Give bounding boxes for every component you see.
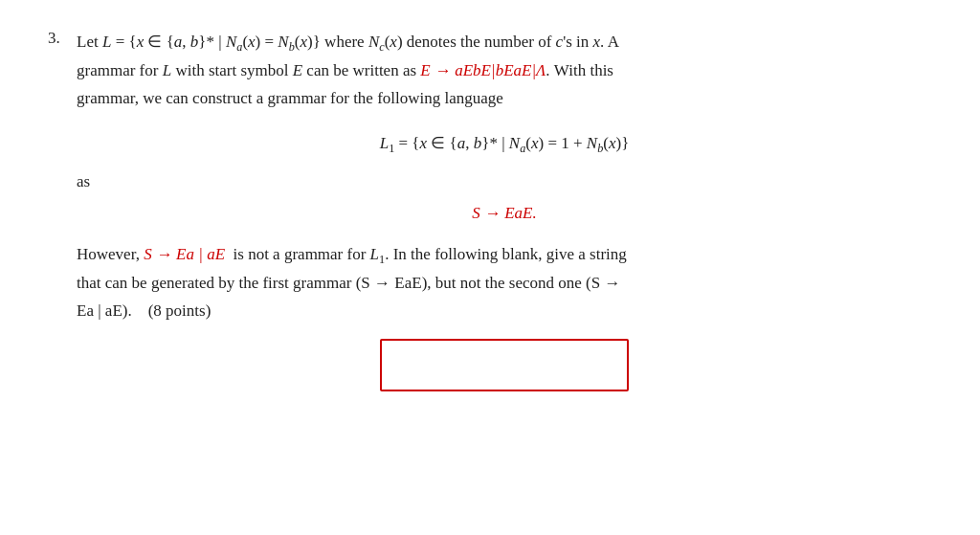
- text-let: Let: [77, 33, 102, 51]
- text-line2-para2: that can be generated by the first gramm…: [77, 274, 620, 292]
- problem-number: 3.: [48, 29, 77, 48]
- centered-grammar-S: S → EaE.: [77, 200, 932, 228]
- problem-number-row: 3. Let L = {x ∈ {a, b}* | Na(x) = Nb(x)}…: [48, 29, 932, 391]
- paragraph-2: However, S → Ea | aE is not a grammar fo…: [77, 241, 932, 325]
- answer-input-box[interactable]: [380, 339, 629, 391]
- text-however: However,: [77, 245, 144, 263]
- text-line3-para2: Ea | aE). (8 points): [77, 301, 211, 320]
- text-line3: grammar, we can construct a grammar for …: [77, 89, 503, 107]
- problem-3-block: 3. Let L = {x ∈ {a, b}* | Na(x) = Nb(x)}…: [48, 29, 932, 391]
- math-L1-expr: L1 = {x ∈ {a, b}* | Na(x) = 1 + Nb(x)}: [380, 130, 630, 159]
- grammar-S2-expr: S → Ea | aE: [144, 245, 225, 263]
- L-symbol: L: [102, 33, 111, 51]
- text-is-not: is not a grammar for L1. In the followin…: [225, 245, 627, 263]
- grammar-S-expr: S → EaE.: [472, 200, 537, 228]
- answer-box-row: [77, 339, 932, 391]
- text-line2: grammar for L with start symbol E can be…: [77, 61, 613, 79]
- as-label: as: [77, 168, 932, 196]
- centered-math-L1: L1 = {x ∈ {a, b}* | Na(x) = 1 + Nb(x)}: [77, 130, 932, 159]
- problem-text: Let L = {x ∈ {a, b}* | Na(x) = Nb(x)} wh…: [77, 29, 932, 391]
- text-eq1: = {x ∈ {a, b}* | Na(x) = Nb(x)} where Nc…: [111, 33, 619, 51]
